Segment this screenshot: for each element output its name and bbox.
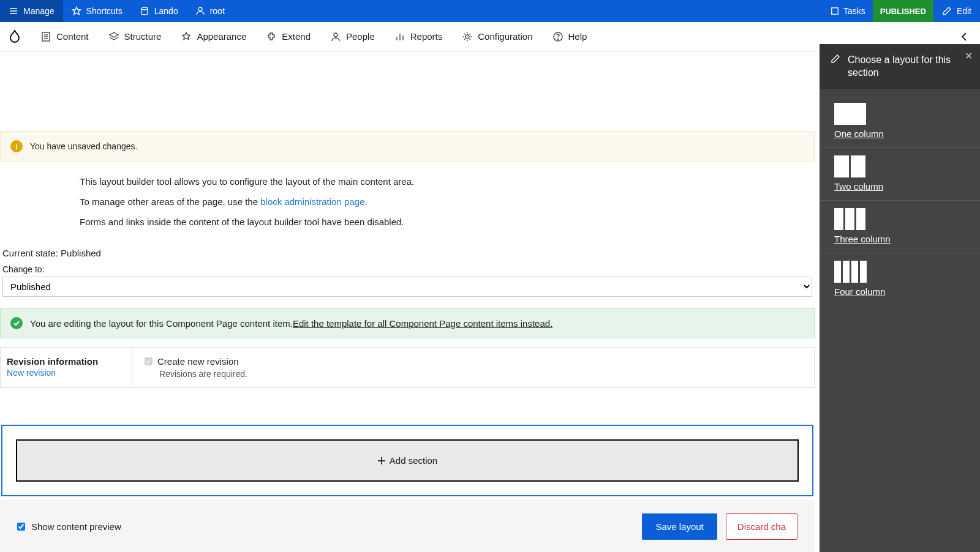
change-to-label: Change to:	[2, 264, 812, 274]
revision-title: Revision information	[7, 356, 98, 367]
sidebar-title: Choose a layout for this section	[848, 54, 969, 80]
editing-notice: You are editing the layout for this Comp…	[0, 308, 815, 338]
hamburger-icon	[9, 6, 18, 16]
edit-link[interactable]: Edit	[933, 0, 980, 22]
layout-option-one-column[interactable]: One column	[820, 95, 980, 148]
edit-template-link[interactable]: Edit the template for all Component Page…	[293, 318, 552, 329]
svg-point-16	[466, 35, 469, 39]
puzzle-icon	[266, 31, 277, 42]
nav-configuration[interactable]: Configuration	[453, 22, 541, 51]
user-icon	[195, 6, 205, 16]
check-icon	[10, 317, 23, 329]
shortcuts-link[interactable]: Shortcuts	[63, 0, 131, 22]
tasks-link[interactable]: Tasks	[823, 6, 873, 16]
layout-sidebar: Choose a layout for this section ✕ One c…	[820, 44, 980, 552]
svg-point-12	[334, 33, 337, 37]
chart-icon	[394, 31, 405, 42]
unsaved-warning: i You have unsaved changes.	[0, 131, 815, 162]
svg-point-5	[198, 7, 202, 11]
layers-icon	[108, 31, 119, 42]
pencil-icon	[831, 54, 840, 64]
database-icon	[140, 6, 149, 16]
user-link[interactable]: root	[187, 0, 233, 22]
nav-content[interactable]: Content	[32, 22, 97, 51]
plus-icon	[377, 457, 386, 465]
revision-note: Revisions are required.	[159, 369, 802, 379]
nav-structure[interactable]: Structure	[100, 22, 170, 51]
layout-option-three-column[interactable]: Three column	[820, 201, 980, 253]
new-revision-link[interactable]: New revision	[7, 368, 126, 378]
discard-changes-button[interactable]: Discard cha	[726, 513, 797, 540]
tasks-icon	[830, 6, 840, 16]
content-preview-checkbox[interactable]	[17, 523, 25, 531]
published-badge: PUBLISHED	[873, 0, 933, 22]
save-layout-button[interactable]: Save layout	[642, 513, 717, 540]
current-state-value: Published	[61, 248, 101, 258]
shortcuts-label: Shortcuts	[86, 6, 123, 16]
back-arrow-icon[interactable]	[959, 31, 970, 42]
user-label: root	[210, 6, 225, 16]
svg-marker-11	[110, 32, 118, 37]
star-icon	[72, 6, 81, 16]
layout-option-two-column[interactable]: Two column	[820, 148, 980, 201]
layout-option-four-column[interactable]: Four column	[820, 253, 980, 305]
main-content: i You have unsaved changes. This layout …	[0, 51, 815, 496]
nav-people[interactable]: People	[322, 22, 383, 51]
manage-label: Manage	[23, 6, 55, 16]
two-column-thumb	[834, 155, 965, 177]
svg-point-18	[557, 39, 558, 39]
content-preview-label: Show content preview	[31, 521, 121, 532]
create-revision-checkbox[interactable]: Create new revision	[145, 356, 802, 367]
svg-point-4	[141, 7, 148, 10]
four-column-thumb	[834, 261, 965, 283]
block-admin-link[interactable]: block administration page	[260, 196, 364, 207]
layout-builder-region: Add section	[1, 425, 813, 496]
nav-help[interactable]: Help	[544, 22, 596, 51]
nav-reports[interactable]: Reports	[386, 22, 451, 51]
edit-label: Edit	[957, 6, 971, 16]
nav-appearance[interactable]: Appearance	[172, 22, 255, 51]
tasks-label: Tasks	[843, 6, 865, 16]
drupal-logo-icon	[7, 29, 22, 44]
manage-toggle[interactable]: Manage	[0, 0, 63, 22]
state-select[interactable]: Published	[2, 277, 812, 297]
top-toolbar: Manage Shortcuts Lando root Tasks	[0, 0, 980, 22]
pencil-icon	[942, 6, 952, 16]
nav-extend[interactable]: Extend	[257, 22, 319, 51]
close-icon[interactable]: ✕	[965, 50, 973, 62]
add-section-button[interactable]: Add section	[16, 439, 799, 482]
appearance-icon	[181, 31, 192, 42]
footer-actions: Show content preview Save layout Discard…	[0, 501, 815, 552]
gear-icon	[462, 31, 473, 42]
three-column-thumb	[834, 208, 965, 230]
revision-info: Revision information New revision Create…	[0, 347, 815, 388]
people-icon	[330, 31, 341, 42]
moderation-state: Current state: Published Change to: Publ…	[0, 244, 815, 297]
svg-rect-6	[832, 8, 839, 15]
lando-link[interactable]: Lando	[131, 0, 187, 22]
document-icon	[40, 31, 51, 42]
lando-label: Lando	[154, 6, 178, 16]
one-column-thumb	[834, 103, 965, 125]
intro-text: This layout builder tool allows you to c…	[0, 162, 815, 244]
unsaved-text: You have unsaved changes.	[30, 141, 137, 151]
svg-marker-3	[72, 7, 80, 15]
info-icon: i	[10, 140, 23, 152]
help-icon	[552, 31, 564, 42]
